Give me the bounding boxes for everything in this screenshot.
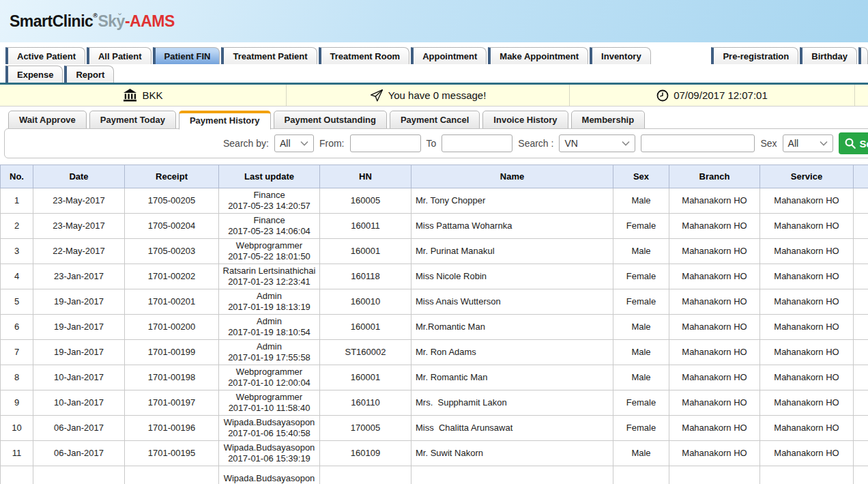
table-row[interactable]: Wipada.Budsayasopon <box>1 466 868 484</box>
to-date-input[interactable] <box>442 134 512 152</box>
cell-no: 8 <box>1 365 33 390</box>
cell-extra <box>854 390 868 416</box>
header-date: Date <box>33 165 125 188</box>
cell-no: 7 <box>1 340 33 365</box>
header-receipt: Receipt <box>125 165 219 188</box>
tab-expense[interactable]: Expense <box>5 66 63 83</box>
table-header-row: No. Date Receipt Last update HN Name Sex… <box>1 165 868 188</box>
cell-receipt: 1701-00199 <box>125 340 219 365</box>
cell-service: Mahanakorn HO <box>760 340 854 365</box>
cell-patient-name: Mrs. Supphamit Lakon <box>411 390 613 416</box>
cell-service: Mahanakorn HO <box>760 315 854 340</box>
cell-date <box>33 466 125 484</box>
cell-service <box>760 466 854 484</box>
tab-active-patient[interactable]: Active Patient <box>5 47 85 64</box>
cell-sex: Male <box>613 441 669 466</box>
search-button[interactable]: Search <box>839 132 868 154</box>
table-row[interactable]: 322-May-20171705-00203Webprogrammer2017-… <box>1 239 868 264</box>
header-no: No. <box>1 165 33 188</box>
search-term-input[interactable] <box>641 134 755 152</box>
last-update-time: 2017-01-06 15:39:19 <box>221 453 317 464</box>
table-row[interactable]: 223-May-20171705-00204Finance2017-05-23 … <box>1 214 868 239</box>
sex-select[interactable]: All <box>783 134 833 152</box>
search-by-select[interactable]: All <box>274 134 314 152</box>
cell-patient-name: Miss Chalitta Arunsawat <box>411 416 613 441</box>
cell-service: Mahanakorn HO <box>760 214 854 239</box>
subtab-invoice-history[interactable]: Invoice History <box>482 111 568 129</box>
table-row[interactable]: 423-Jan-20171701-00202Ratsarin Lertsinat… <box>1 264 868 289</box>
cell-hn: 160109 <box>320 441 411 466</box>
cell-extra <box>854 416 868 441</box>
search-type-select[interactable]: VN <box>559 134 635 152</box>
subtab-payment-cancel[interactable]: Payment Cancel <box>390 111 480 129</box>
chevron-down-icon <box>820 141 828 146</box>
subtab-membership[interactable]: Membership <box>571 111 646 129</box>
cell-date: 06-Jan-2017 <box>33 416 125 441</box>
table-row[interactable]: 619-Jan-20171701-00200Admin2017-01-19 18… <box>1 315 868 340</box>
last-update-user: Admin <box>221 291 317 302</box>
cell-last-update: Admin2017-01-19 18:13:19 <box>219 289 320 315</box>
cell-date: 19-Jan-2017 <box>33 340 125 365</box>
search-type-selected-value: VN <box>564 138 577 149</box>
subtab-payment-today[interactable]: Payment Today <box>89 111 176 129</box>
last-update-user: Finance <box>221 190 317 201</box>
table-row[interactable]: 910-Jan-20171701-00197Webprogrammer2017-… <box>1 390 868 416</box>
search-by-selected-value: All <box>280 138 291 149</box>
cell-receipt: 1701-00200 <box>125 315 219 340</box>
tab-treatment-patient[interactable]: Treatment Patient <box>221 47 317 64</box>
cell-branch: Mahanakorn HO <box>669 264 760 289</box>
cell-hn: 170005 <box>320 416 411 441</box>
cell-last-update: Finance2017-05-23 14:20:57 <box>219 188 320 214</box>
table-row[interactable]: 1106-Jan-20171701-00195Wipada.Budsayasop… <box>1 441 868 466</box>
magnifier-icon <box>844 137 856 150</box>
tab-all-patient[interactable]: All Patient <box>87 47 151 64</box>
from-date-input[interactable] <box>350 134 421 152</box>
tab-inventory[interactable]: Inventory <box>590 47 651 64</box>
tab-treatment-room[interactable]: Treatment Room <box>319 47 410 64</box>
cell-hn: 160010 <box>320 289 411 315</box>
cell-sex: Male <box>613 239 669 264</box>
cell-sex: Male <box>613 365 669 390</box>
cell-patient-name <box>411 466 613 484</box>
cell-extra <box>854 315 868 340</box>
subtab-payment-history[interactable]: Payment History <box>179 111 271 130</box>
cell-sex: Female <box>613 214 669 239</box>
subtab-wait-approve[interactable]: Wait Approve <box>8 111 87 129</box>
tab-clipped[interactable] <box>858 47 868 64</box>
last-update-user: Webprogrammer <box>221 392 317 403</box>
chevron-down-icon <box>622 141 630 146</box>
subtab-payment-outstanding[interactable]: Payment Outstanding <box>274 111 387 129</box>
tab-birthday[interactable]: Birthday <box>800 47 857 64</box>
cell-hn: 160005 <box>320 188 411 214</box>
tab-patient-fin[interactable]: Patient FIN <box>153 47 220 64</box>
cell-sex: Male <box>613 188 669 214</box>
cell-receipt: 1705-00205 <box>125 188 219 214</box>
cell-receipt: 1701-00195 <box>125 441 219 466</box>
table-row[interactable]: 719-Jan-20171701-00199Admin2017-01-19 17… <box>1 340 868 365</box>
message-indicator[interactable]: You have 0 message! <box>287 85 570 106</box>
tab-report[interactable]: Report <box>64 66 114 83</box>
cell-date: 10-Jan-2017 <box>33 390 125 416</box>
cell-sex: Female <box>613 289 669 315</box>
cell-hn: 160001 <box>320 365 411 390</box>
last-update-time: 2017-01-10 12:00:04 <box>221 378 317 388</box>
table-row[interactable]: 1006-Jan-20171701-00196Wipada.Budsayasop… <box>1 416 868 441</box>
table-row[interactable]: 123-May-20171705-00205Finance2017-05-23 … <box>1 188 868 214</box>
cell-date: 06-Jan-2017 <box>33 441 125 466</box>
last-update-user: Admin <box>221 316 317 327</box>
cell-last-update: Webprogrammer2017-01-10 11:58:40 <box>219 390 320 416</box>
tab-pre-registration[interactable]: Pre-registration <box>711 47 798 64</box>
cell-date: 23-Jan-2017 <box>33 264 125 289</box>
payment-subtabs: Wait Approve Payment Today Payment Histo… <box>0 106 868 129</box>
from-label: From: <box>319 138 345 149</box>
tab-make-appointment[interactable]: Make Appointment <box>488 47 588 64</box>
paper-plane-icon <box>370 89 384 102</box>
cell-hn: 160118 <box>320 264 411 289</box>
cell-branch: Mahanakorn HO <box>669 365 760 390</box>
cell-patient-name: Mr. Purinat Manakul <box>411 239 613 264</box>
tab-appointment[interactable]: Appointment <box>411 47 487 64</box>
cell-last-update: Wipada.Budsayasopon2017-01-06 15:40:58 <box>219 416 320 441</box>
table-row[interactable]: 810-Jan-20171701-00198Webprogrammer2017-… <box>1 365 868 390</box>
table-row[interactable]: 519-Jan-20171701-00201Admin2017-01-19 18… <box>1 289 868 315</box>
cell-no: 9 <box>1 390 33 416</box>
